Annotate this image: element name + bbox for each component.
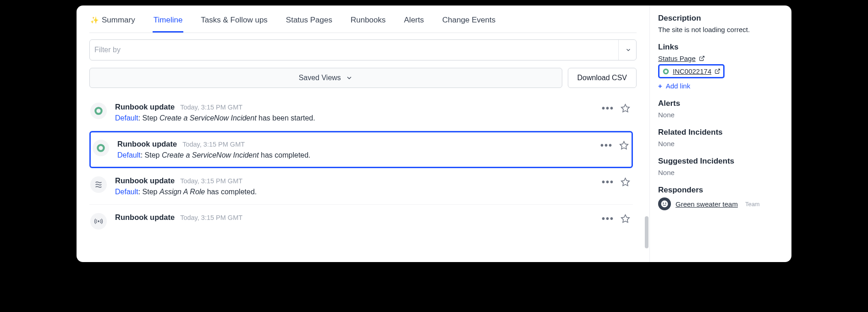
more-menu-button[interactable]: ••• (600, 141, 613, 150)
responder-name[interactable]: Green sweater team (676, 200, 738, 208)
section-heading: Related Incidents (658, 128, 784, 137)
star-button[interactable] (621, 177, 630, 187)
antenna-icon (94, 217, 103, 226)
sidebar-related-incidents: Related Incidents None (658, 128, 791, 148)
tab-runbooks[interactable]: Runbooks (350, 11, 387, 33)
swirl-icon (94, 180, 103, 189)
main-panel: ✨ Summary Timeline Tasks & Follow ups St… (77, 5, 649, 262)
tab-status-pages[interactable]: Status Pages (285, 11, 333, 33)
sidebar-responders: Responders Green sweater teamTeam (658, 186, 791, 210)
timeline-timestamp: Today, 3:15 PM GMT (182, 141, 245, 148)
section-heading: Links (658, 43, 784, 52)
tab-label: Change Events (442, 16, 495, 25)
sidebar-alerts: Alerts None (658, 99, 791, 119)
timeline-icon (90, 176, 107, 193)
star-button[interactable] (619, 141, 629, 150)
timeline-body: Runbook updateToday, 3:15 PM GMT (115, 213, 602, 230)
runbook-link[interactable]: Default (115, 188, 138, 196)
more-menu-button[interactable]: ••• (602, 104, 614, 113)
svg-point-12 (665, 203, 666, 203)
sidebar-link[interactable]: INC0022174 (658, 64, 725, 78)
svg-marker-3 (620, 142, 628, 149)
timeline-timestamp: Today, 3:15 PM GMT (180, 104, 242, 111)
section-heading: Suggested Incidents (658, 157, 784, 166)
filter-input[interactable] (94, 46, 618, 54)
add-link-button[interactable]: + Add link (658, 82, 784, 90)
app-window: ✨ Summary Timeline Tasks & Follow ups St… (77, 5, 791, 262)
scrollbar[interactable] (645, 216, 648, 248)
sidebar-link[interactable]: Status Page (658, 55, 784, 62)
tab-timeline[interactable]: Timeline (153, 11, 184, 33)
timeline-title: Runbook update (115, 176, 175, 185)
step-name: Assign A Role (159, 188, 205, 196)
plus-icon: + (658, 82, 662, 90)
section-heading: Alerts (658, 99, 784, 108)
tab-label: Status Pages (286, 16, 332, 25)
tab-summary[interactable]: ✨ Summary (89, 11, 136, 33)
responder-item: Green sweater teamTeam (658, 197, 784, 210)
timeline-item: Runbook updateToday, 3:15 PM GMTDefault:… (89, 94, 633, 131)
saved-views-button[interactable]: Saved Views (89, 68, 562, 88)
timeline-actions: ••• (600, 140, 629, 159)
star-button[interactable] (621, 214, 630, 224)
external-link-icon (699, 55, 705, 61)
tab-label: Runbooks (351, 16, 386, 25)
desc-lead: : Step (138, 188, 159, 196)
sidebar-description: Description The site is not loading corr… (658, 14, 791, 33)
timeline-description: Default: Step Create a ServiceNow Incide… (117, 151, 600, 159)
timeline-description: Default: Step Assign A Role has complete… (115, 188, 602, 196)
star-button[interactable] (621, 104, 630, 113)
timeline-body: Runbook updateToday, 3:15 PM GMTDefault:… (117, 140, 600, 159)
suggested-value: None (658, 169, 784, 176)
face-icon (660, 200, 669, 208)
more-menu-button[interactable]: ••• (602, 214, 614, 223)
step-name: Create a ServiceNow Incident (162, 151, 259, 159)
ring-icon (96, 143, 105, 153)
external-link-icon (714, 68, 720, 74)
svg-point-5 (98, 220, 99, 222)
runbook-link[interactable]: Default (115, 114, 138, 122)
timeline-body: Runbook updateToday, 3:15 PM GMTDefault:… (115, 103, 602, 122)
related-value: None (658, 140, 784, 148)
filter-dropdown-toggle[interactable] (618, 40, 632, 60)
svg-point-10 (661, 201, 668, 208)
desc-lead: : Step (138, 114, 159, 122)
timeline-timestamp: Today, 3:15 PM GMT (180, 214, 242, 221)
tab-tasks[interactable]: Tasks & Follow ups (200, 11, 269, 33)
sidebar-suggested-incidents: Suggested Incidents None (658, 157, 791, 176)
timeline-title: Runbook update (115, 213, 175, 222)
tabs-bar: ✨ Summary Timeline Tasks & Follow ups St… (89, 11, 637, 33)
sparkles-icon: ✨ (90, 16, 99, 24)
svg-marker-1 (621, 104, 630, 112)
svg-point-8 (664, 69, 668, 73)
timeline-item: Runbook updateToday, 3:15 PM GMTDefault:… (89, 131, 633, 168)
tab-change-events[interactable]: Change Events (441, 11, 496, 33)
svg-point-2 (98, 145, 104, 151)
star-icon (621, 177, 630, 187)
svg-marker-4 (621, 178, 630, 186)
link-label: INC0022174 (673, 67, 711, 75)
timeline-icon (90, 213, 107, 230)
timeline-actions: ••• (602, 176, 630, 196)
chevron-down-icon (625, 47, 632, 53)
timeline-item: Runbook updateToday, 3:15 PM GMTDefault:… (89, 168, 633, 205)
star-icon (619, 141, 629, 150)
timeline-title: Runbook update (117, 140, 177, 148)
ring-icon (94, 106, 103, 115)
saved-views-label: Saved Views (299, 74, 341, 82)
download-csv-button[interactable]: Download CSV (568, 68, 637, 88)
svg-point-11 (663, 203, 664, 203)
ring-icon (662, 68, 670, 75)
runbook-link[interactable]: Default (117, 151, 141, 159)
alerts-value: None (658, 111, 784, 119)
tab-alerts[interactable]: Alerts (403, 11, 425, 33)
more-menu-button[interactable]: ••• (602, 177, 614, 186)
star-icon (621, 104, 630, 113)
tab-label: Timeline (154, 16, 183, 25)
desc-tail: has completed. (205, 188, 257, 196)
csv-label: Download CSV (577, 74, 627, 82)
timeline-list: Runbook updateToday, 3:15 PM GMTDefault:… (89, 94, 637, 262)
timeline-title: Runbook update (115, 103, 175, 111)
description-text: The site is not loading correct. (658, 26, 784, 33)
timeline-timestamp: Today, 3:15 PM GMT (180, 177, 242, 185)
